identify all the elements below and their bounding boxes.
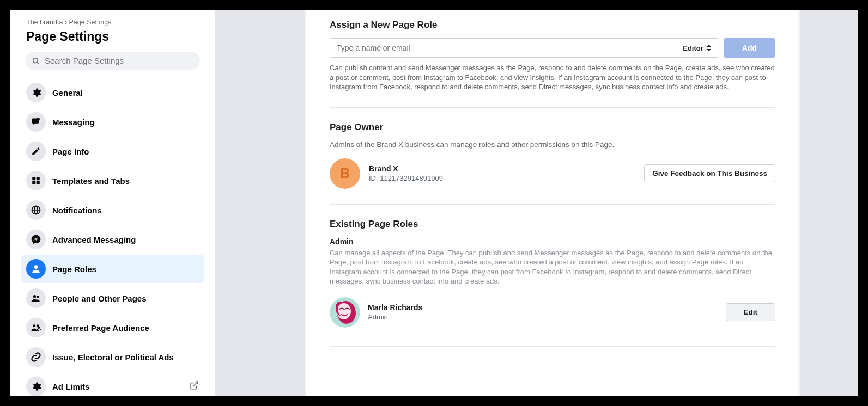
svg-point-11 (33, 324, 35, 327)
owner-info: Brand X ID: 1121732914891909 (369, 164, 443, 182)
svg-point-0 (33, 58, 38, 63)
user-info: Marla Richards Admin (368, 303, 422, 321)
nav-adv-messaging[interactable]: Advanced Messaging (21, 225, 204, 254)
nav-label: Issue, Electoral or Political Ads (52, 353, 174, 362)
people-icon (26, 288, 46, 308)
pencil-icon (26, 142, 46, 161)
messenger-icon (26, 230, 46, 249)
nav-label: Page Roles (52, 264, 96, 274)
search-container[interactable] (25, 52, 200, 70)
globe-icon (26, 200, 46, 220)
chat-icon (26, 112, 46, 132)
assign-title: Assign a New Page Role (330, 20, 775, 30)
svg-point-12 (37, 324, 39, 327)
svg-rect-3 (32, 177, 35, 180)
person-icon (26, 259, 46, 279)
assign-input-group: Editor (330, 38, 719, 58)
nav-ad-limits[interactable]: Ad Limits (21, 372, 204, 396)
svg-rect-6 (37, 181, 40, 184)
nav-messaging[interactable]: Messaging (21, 108, 204, 136)
feedback-button[interactable]: Give Feedback on This Business (644, 164, 775, 182)
role-selected-label: Editor (683, 44, 703, 52)
nav-label: General (52, 88, 83, 97)
add-button[interactable]: Add (724, 38, 775, 58)
svg-rect-5 (32, 181, 35, 184)
sort-icon (707, 45, 711, 51)
nav-label: Page Info (52, 147, 89, 156)
right-gap (800, 10, 858, 396)
nav-list: General Messaging Page Info (14, 76, 211, 396)
search-input[interactable] (45, 56, 193, 65)
breadcrumb[interactable]: The.brand.a › Page Settings (14, 19, 211, 28)
owner-id: ID: 1121732914891909 (369, 174, 443, 182)
svg-rect-4 (37, 177, 40, 180)
divider (330, 204, 775, 205)
content-card: Assign a New Page Role Editor Add Can pu… (306, 10, 798, 396)
nav-label: People and Other Pages (52, 294, 147, 303)
gear-icon (26, 83, 46, 102)
svg-point-8 (34, 265, 38, 269)
divider (330, 346, 775, 347)
main-area: Assign a New Page Role Editor Add Can pu… (215, 10, 858, 396)
nav-label: Advanced Messaging (52, 235, 136, 244)
nav-people-pages[interactable]: People and Other Pages (21, 284, 204, 312)
search-icon (32, 57, 40, 65)
assign-help-text: Can publish content and send Messenger m… (330, 63, 775, 92)
external-link-icon (189, 380, 199, 392)
svg-line-1 (37, 62, 39, 64)
grid-icon (26, 171, 46, 190)
svg-point-2 (37, 118, 40, 120)
nav-preferred-audience[interactable]: Preferred Page Audience (21, 313, 204, 342)
nav-page-roles[interactable]: Page Roles (21, 255, 204, 283)
nav-notifications[interactable]: Notifications (21, 196, 204, 224)
role-desc: Can manage all aspects of the Page. They… (330, 248, 775, 286)
left-gap (215, 10, 305, 396)
nav-templates[interactable]: Templates and Tabs (21, 167, 204, 195)
svg-point-10 (37, 296, 39, 298)
svg-point-9 (33, 295, 36, 298)
link-icon (26, 347, 46, 367)
owner-name: Brand X (369, 164, 443, 173)
owner-row: B Brand X ID: 1121732914891909 Give Feed… (330, 158, 775, 189)
nav-political-ads[interactable]: Issue, Electoral or Political Ads (21, 343, 204, 371)
owner-avatar: B (330, 158, 360, 189)
user-name: Marla Richards (368, 303, 422, 312)
assign-row: Editor Add (330, 38, 775, 58)
user-row: Marla Richards Admin Edit (330, 297, 775, 328)
nav-label: Notifications (52, 206, 102, 215)
user-role: Admin (368, 313, 422, 321)
svg-point-13 (38, 327, 40, 329)
owner-desc: Admins of the Brand X business can manag… (330, 140, 775, 149)
nav-general[interactable]: General (21, 78, 204, 107)
edit-button[interactable]: Edit (726, 303, 776, 321)
nav-label: Templates and Tabs (52, 176, 130, 186)
audience-icon (26, 318, 46, 337)
nav-label: Messaging (52, 118, 95, 127)
owner-title: Page Owner (330, 122, 775, 133)
nav-label: Ad Limits (52, 382, 89, 391)
sidebar: The.brand.a › Page Settings Page Setting… (10, 10, 215, 396)
existing-title: Existing Page Roles (330, 219, 775, 230)
page-title: Page Settings (14, 28, 211, 52)
divider (330, 107, 775, 108)
role-select[interactable]: Editor (675, 39, 719, 57)
role-heading: Admin (330, 237, 775, 246)
nav-page-info[interactable]: Page Info (21, 137, 204, 165)
user-avatar (330, 297, 360, 328)
nav-label: Preferred Page Audience (52, 323, 149, 333)
svg-point-15 (337, 303, 351, 319)
name-email-input[interactable] (330, 39, 675, 57)
gear-icon (26, 377, 46, 396)
